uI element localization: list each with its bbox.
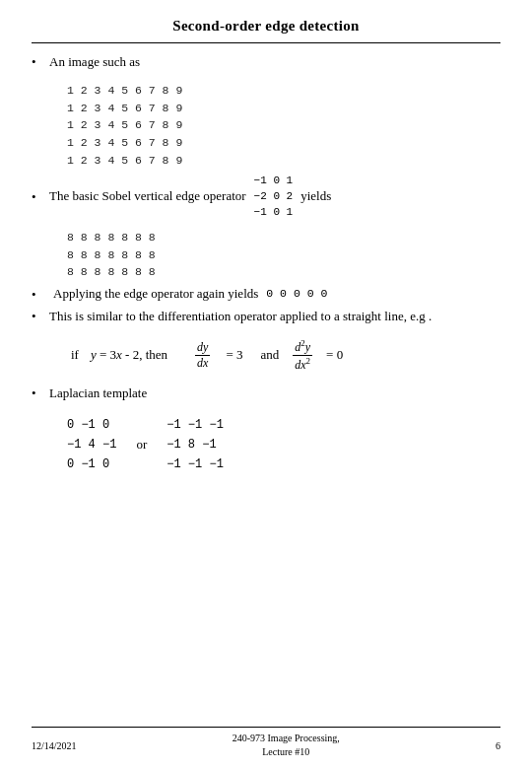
bullet-item-4: • This is similar to the differentiation… <box>32 308 500 326</box>
lap1-row-1: 0 −1 0 <box>67 415 116 435</box>
sobel-matrix: −1 0 1 −2 0 2 −1 0 1 <box>254 174 294 221</box>
bullet-text-3: Applying the edge operator again yields … <box>53 285 500 304</box>
slide-footer: 12/14/2021 240-973 Image Processing, Lec… <box>32 727 500 759</box>
lap1-row-3: 0 −1 0 <box>67 454 116 474</box>
bullet-dot-1: • <box>32 54 49 70</box>
lap2-row-3: −1 −1 −1 <box>166 454 224 474</box>
image-matrix-row-2: 1 2 3 4 5 6 7 8 9 <box>67 100 500 117</box>
lap2-row-1: −1 −1 −1 <box>166 415 224 435</box>
dy-dx-fraction: dy dx <box>195 340 210 371</box>
bullet-label-4: This is similar to the differentiation o… <box>49 309 432 323</box>
bullet-label-1: An image such as <box>49 54 140 69</box>
result-matrix-row-2: 8 8 8 8 8 8 8 <box>67 246 500 264</box>
zeros-result: 0 0 0 0 0 <box>266 286 327 303</box>
dy-dx-equals: = 3 <box>226 347 242 363</box>
bullet-item-2: • The basic Sobel vertical edge operator… <box>32 174 500 221</box>
if-keyword: if <box>71 347 79 363</box>
y-equation: y = 3x - 2, then <box>91 347 167 363</box>
laplacian-matrix-2: −1 −1 −1 −1 8 −1 −1 −1 −1 <box>166 415 224 475</box>
laplacian-matrix-1: 0 −1 0 −1 4 −1 0 −1 0 <box>67 415 116 475</box>
bullet-dot-3: • <box>32 287 49 303</box>
bullet-dot-4: • <box>32 309 49 324</box>
bullet-dot-5: • <box>32 385 49 401</box>
bullet-text-5: Laplacian template <box>49 384 500 403</box>
bullet-item-3: • Applying the edge operator again yield… <box>32 285 500 304</box>
bullet-dot-2: • <box>32 189 49 205</box>
image-matrix-row-1: 1 2 3 4 5 6 7 8 9 <box>67 82 500 100</box>
result-matrix-row-1: 8 8 8 8 8 8 8 <box>67 229 500 246</box>
slide-title: Second-order edge detection <box>32 18 500 35</box>
bullet-item-5: • Laplacian template <box>32 384 500 403</box>
yields-label: yields <box>300 187 331 206</box>
bullet-label-2: The basic Sobel vertical edge operator <box>49 187 246 206</box>
image-matrix-row-3: 1 2 3 4 5 6 7 8 9 <box>67 116 500 134</box>
footer-course: 240-973 Image Processing, <box>233 733 340 743</box>
lap1-row-2: −1 4 −1 <box>67 435 116 454</box>
title-divider <box>32 42 500 43</box>
bullet-text-4: This is similar to the differentiation o… <box>49 308 500 326</box>
laplacian-matrices: 0 −1 0 −1 4 −1 0 −1 0 or −1 −1 −1 −1 8 −… <box>67 415 500 475</box>
bullet-text-1: An image such as <box>49 53 500 72</box>
footer-center: 240-973 Image Processing, Lecture #10 <box>77 732 496 759</box>
content-area: • An image such as 1 2 3 4 5 6 7 8 9 1 2… <box>32 53 500 719</box>
spacer <box>32 375 500 384</box>
image-matrix-row-4: 1 2 3 4 5 6 7 8 9 <box>67 134 500 152</box>
result-matrix: 8 8 8 8 8 8 8 8 8 8 8 8 8 8 8 8 8 8 8 8 … <box>67 229 500 281</box>
slide-page: Second-order edge detection • An image s… <box>0 0 532 769</box>
bullet-item-1: • An image such as <box>32 53 500 72</box>
d2y-dx2-equals: = 0 <box>326 347 343 363</box>
and-word: and <box>261 347 280 363</box>
bullet-text-2: The basic Sobel vertical edge operator −… <box>49 174 500 221</box>
image-matrix: 1 2 3 4 5 6 7 8 9 1 2 3 4 5 6 7 8 9 1 2 … <box>67 82 500 170</box>
bullet-label-3: Applying the edge operator again yields <box>53 285 258 304</box>
sobel-row-3: −1 0 1 <box>254 205 294 221</box>
image-matrix-row-5: 1 2 3 4 5 6 7 8 9 <box>67 152 500 170</box>
lap2-row-2: −1 8 −1 <box>166 435 224 454</box>
d2y-dx2-fraction: d2y dx2 <box>293 338 312 373</box>
or-label: or <box>136 437 147 453</box>
footer-date: 12/14/2021 <box>32 740 77 751</box>
result-matrix-row-3: 8 8 8 8 8 8 8 <box>67 263 500 281</box>
footer-lecture: Lecture #10 <box>262 746 309 757</box>
sobel-row-2: −2 0 2 <box>254 189 294 205</box>
formula-line: if y = 3x - 2, then dy dx = 3 and d2y dx… <box>71 338 500 373</box>
bullet-label-5: Laplacian template <box>49 385 147 400</box>
sobel-row-1: −1 0 1 <box>254 174 294 189</box>
footer-page-number: 6 <box>496 740 500 751</box>
